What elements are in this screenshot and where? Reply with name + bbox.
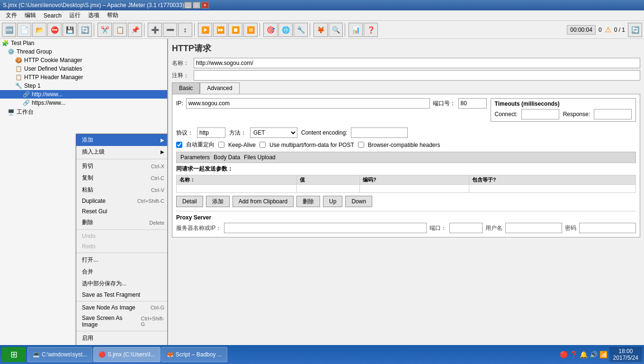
ctx-copy[interactable]: 复制 Ctrl-C: [76, 172, 168, 184]
ctx-open[interactable]: 打开...: [76, 254, 168, 266]
toolbar-clear-all[interactable]: 🔧: [294, 23, 308, 37]
proxy-user-input[interactable]: [505, 223, 562, 233]
tray-icon-1[interactable]: 🔴: [560, 351, 568, 358]
maximize-button[interactable]: □: [193, 2, 200, 9]
method-select[interactable]: GET POST PUT DELETE: [250, 127, 297, 138]
tree-item-header-manager[interactable]: 📋 HTTP Header Manager: [0, 73, 167, 82]
tree-panel: 🧩 Test Plan ⚙️ Thread Group 🍪 HTTP Cooki…: [0, 39, 168, 345]
tray-icon-5[interactable]: 📶: [599, 351, 608, 358]
ctx-save-fragment[interactable]: Save as Test Fragment: [76, 290, 168, 300]
menu-options[interactable]: 选项: [84, 10, 103, 20]
encoding-input[interactable]: [351, 127, 408, 138]
toolbar-search[interactable]: 🔍: [329, 23, 343, 37]
ctx-save-screen-img[interactable]: Save Screen As Image Ctrl+Shift-G: [76, 313, 168, 330]
encoding-label: Content encoding:: [301, 129, 347, 136]
ctx-cut[interactable]: 剪切 Ctrl-X: [76, 160, 168, 172]
tree-item-thread-group[interactable]: ⚙️ Thread Group: [0, 47, 167, 56]
ctx-delete[interactable]: 删除 Delete: [76, 217, 168, 228]
follow-redirects-checkbox[interactable]: [218, 142, 224, 148]
add-button[interactable]: 添加: [206, 196, 230, 207]
tray-icon-3[interactable]: 🔔: [580, 351, 588, 358]
ctx-merge[interactable]: 合并: [76, 266, 168, 278]
proxy-server-input[interactable]: [224, 223, 427, 233]
server-label: IP:: [176, 100, 183, 107]
toolbar-save[interactable]: 💾: [63, 23, 77, 37]
up-button[interactable]: Up: [323, 196, 342, 207]
menu-search[interactable]: Search: [40, 11, 65, 20]
params-table: 名称： 值 编码? 包含等于?: [176, 175, 636, 193]
protocol-input[interactable]: [197, 127, 225, 138]
menu-edit[interactable]: 编辑: [21, 10, 40, 20]
tree-item-test-plan[interactable]: 🧩 Test Plan: [0, 39, 167, 47]
port-input[interactable]: [458, 98, 487, 109]
ctx-save-selection[interactable]: 选中部分保存为...: [76, 278, 168, 290]
tray-icon-4[interactable]: 🔊: [590, 351, 598, 358]
toolbar-list[interactable]: 📊: [349, 23, 363, 37]
browser-compat-checkbox[interactable]: [358, 142, 364, 148]
toolbar-start-remote[interactable]: 🌐: [278, 23, 293, 37]
toolbar-paste[interactable]: 📌: [128, 23, 142, 37]
toolbar-new[interactable]: 🆕: [2, 23, 16, 37]
body-data-tab-label: Body Data: [214, 154, 240, 161]
keepalive-checkbox[interactable]: [176, 142, 182, 148]
ctx-redo: Redo: [76, 241, 168, 252]
menu-run[interactable]: 运行: [65, 10, 84, 20]
ctx-paste[interactable]: 粘贴 Ctrl-V: [76, 184, 168, 196]
toolbar-close[interactable]: ⛔: [47, 23, 62, 37]
taskbar-clock[interactable]: 18:00 2017/5/24: [609, 347, 642, 362]
ctx-duplicate-label: Duplicate: [82, 198, 106, 204]
toolbar-function-helper[interactable]: 🦊: [313, 23, 328, 37]
toolbar-open[interactable]: 📂: [32, 23, 46, 37]
taskbar-item-badboy[interactable]: 🦊 Script – Badboy ...: [161, 347, 227, 362]
ctx-insert-parent[interactable]: 插入上级 ▶: [76, 146, 168, 158]
detail-button[interactable]: Detail: [176, 196, 203, 207]
minimize-button[interactable]: _: [184, 2, 192, 9]
tab-basic[interactable]: Basic: [172, 82, 200, 94]
connect-input[interactable]: [521, 109, 559, 119]
proxy-port-input[interactable]: [449, 223, 483, 233]
ctx-save-node-img[interactable]: Save Node As Image Ctrl-G: [76, 302, 168, 313]
down-button[interactable]: Down: [345, 196, 372, 207]
toolbar-ratio-btn[interactable]: 🔄: [628, 23, 642, 37]
tree-item-http1[interactable]: 🔗 http://www...: [0, 90, 167, 99]
toolbar-cut[interactable]: ✂️: [98, 23, 112, 37]
toolbar-collapse[interactable]: ➖: [163, 23, 177, 37]
proxy-pass-input[interactable]: [579, 223, 636, 233]
ctx-reset-gui[interactable]: Reset Gui: [76, 206, 168, 217]
ctx-disable[interactable]: 禁用: [76, 344, 168, 345]
toolbar-shutdown[interactable]: ⏸️: [243, 23, 258, 37]
tree-item-cookie-manager[interactable]: 🍪 HTTP Cookie Manager: [0, 56, 167, 64]
start-button[interactable]: ⊞: [2, 347, 26, 362]
response-input[interactable]: [594, 109, 632, 119]
menu-help[interactable]: 帮助: [103, 10, 122, 20]
toolbar-templates[interactable]: 📄: [17, 23, 31, 37]
toolbar-toggle[interactable]: ↕️: [178, 23, 192, 37]
add-from-clipboard-button[interactable]: Add from Clipboard: [233, 196, 294, 207]
comment-input[interactable]: [194, 70, 640, 81]
taskbar-item-jmeter[interactable]: 🔴 S.jmx (C:\Users\I...: [93, 347, 161, 362]
toolbar-stop[interactable]: ⏹️: [228, 23, 242, 37]
toolbar-start[interactable]: ▶️: [198, 23, 212, 37]
tab-advanced[interactable]: Advanced: [200, 82, 239, 94]
toolbar-revert[interactable]: 🔄: [78, 23, 92, 37]
multipart-checkbox[interactable]: [259, 142, 266, 148]
ctx-add[interactable]: 添加 ▶: [76, 134, 168, 146]
toolbar-about[interactable]: ❓: [364, 23, 378, 37]
toolbar-copy[interactable]: 📋: [113, 23, 127, 37]
menu-file[interactable]: 文件: [2, 10, 21, 20]
server-input[interactable]: [186, 98, 430, 109]
toolbar-expand[interactable]: ➕: [148, 23, 162, 37]
tree-item-https1[interactable]: 🔗 https://www...: [0, 99, 167, 107]
tree-item-workbench[interactable]: 🖥️ 工作台: [0, 107, 167, 117]
tree-item-user-vars[interactable]: 📋 User Defined Variables: [0, 64, 167, 73]
toolbar-start-advanced[interactable]: ⏩: [213, 23, 227, 37]
ctx-enable[interactable]: 启用: [76, 332, 168, 344]
ctx-duplicate[interactable]: Duplicate Ctrl+Shift-C: [76, 196, 168, 206]
name-input[interactable]: [194, 58, 640, 68]
tray-icon-2[interactable]: ❓: [570, 351, 578, 358]
delete-button[interactable]: 删除: [296, 196, 320, 207]
toolbar-start-gui[interactable]: 🎯: [263, 23, 277, 37]
taskbar-item-explorer[interactable]: 💻 C:\windows\syst...: [27, 347, 92, 362]
tree-item-step1[interactable]: 🔧 Step 1: [0, 82, 167, 90]
close-button[interactable]: ✕: [201, 2, 209, 9]
